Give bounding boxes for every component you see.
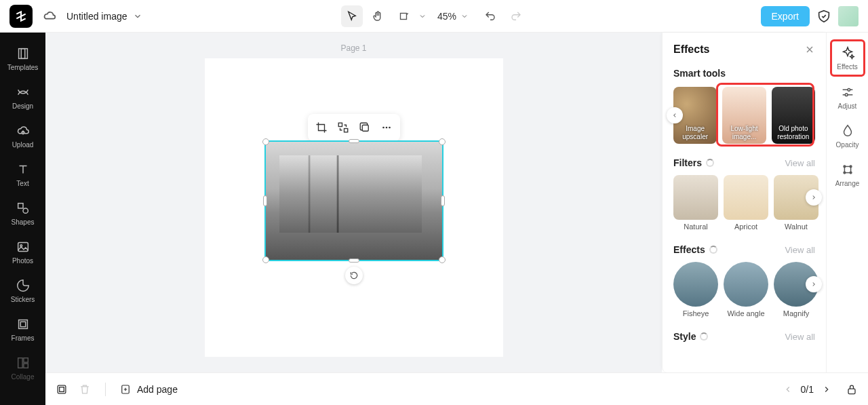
doc-title-group[interactable]: Untitled image — [66, 11, 142, 22]
left-sidebar: Templates Design Upload Text Shapes Phot… — [0, 33, 45, 405]
resize-handle-t[interactable] — [349, 139, 359, 143]
add-page-button[interactable]: Add page — [119, 383, 178, 396]
sidebar-item-label: Photos — [12, 257, 33, 265]
sidebar-item-templates[interactable]: Templates — [0, 39, 45, 78]
svg-point-17 — [389, 127, 391, 129]
design-icon — [16, 85, 31, 100]
app-logo[interactable] — [9, 5, 33, 28]
effect-thumb-img — [724, 262, 768, 307]
right-strip-adjust[interactable]: Adjust — [830, 79, 865, 115]
undo-button[interactable] — [479, 5, 501, 27]
canvas-area: Page 1 — [45, 33, 662, 372]
resize-handle-bl[interactable] — [262, 256, 269, 263]
hand-tool[interactable] — [367, 5, 389, 27]
effects-view-all[interactable]: View all — [785, 245, 815, 255]
loading-spinner-icon — [700, 332, 708, 341]
floating-toolbar — [308, 114, 400, 141]
filters-view-all[interactable]: View all — [785, 158, 815, 168]
sidebar-item-collage[interactable]: Collage — [0, 349, 45, 387]
templates-icon — [16, 46, 31, 61]
svg-rect-0 — [400, 13, 406, 19]
sliders-icon — [840, 85, 855, 100]
filter-apricot[interactable]: Apricot — [724, 175, 768, 231]
style-view-all[interactable]: View all — [785, 332, 815, 342]
replace-button[interactable] — [334, 118, 353, 137]
sidebar-item-text[interactable]: Text — [0, 155, 45, 194]
rotate-handle[interactable] — [345, 267, 363, 284]
avatar[interactable] — [838, 6, 859, 26]
lock-icon[interactable] — [845, 383, 859, 396]
chevron-down-icon[interactable] — [418, 12, 427, 20]
sidebar-item-label: Upload — [12, 141, 34, 149]
duplicate-button[interactable] — [355, 118, 374, 137]
svg-rect-13 — [344, 129, 347, 132]
right-strip-arrange[interactable]: Arrange — [830, 157, 865, 193]
resize-handle-r[interactable] — [441, 195, 445, 206]
loading-spinner-icon — [709, 246, 717, 254]
svg-point-19 — [845, 94, 848, 96]
crop-button[interactable] — [312, 118, 331, 137]
export-button[interactable]: Export — [761, 6, 810, 26]
layers-icon[interactable] — [55, 383, 68, 396]
resize-handle-b[interactable] — [349, 258, 359, 263]
resize-handle-tl[interactable] — [262, 138, 269, 145]
resize-handle-br[interactable] — [439, 256, 446, 263]
resize-handle-tr[interactable] — [439, 138, 446, 145]
sidebar-item-photos[interactable]: Photos — [0, 233, 45, 271]
crop-tool[interactable] — [393, 5, 414, 27]
svg-rect-14 — [362, 125, 368, 131]
filters-row: Natural Apricot Walnut — [673, 175, 815, 231]
smart-tool-low-light[interactable]: Low-light image... — [722, 87, 766, 144]
close-icon[interactable] — [804, 44, 815, 55]
sidebar-item-shapes[interactable]: Shapes — [0, 194, 45, 233]
thumb-label: Image upscaler — [673, 125, 717, 141]
selected-image[interactable] — [264, 140, 443, 261]
droplet-icon — [840, 123, 855, 138]
shield-icon[interactable] — [816, 9, 831, 24]
filter-natural[interactable]: Natural — [673, 175, 718, 231]
sidebar-item-upload[interactable]: Upload — [0, 117, 45, 155]
cloud-icon[interactable] — [42, 9, 57, 24]
filter-thumb-img — [724, 175, 768, 220]
effect-fisheye[interactable]: Fisheye — [673, 262, 718, 317]
carousel-prev[interactable] — [667, 107, 683, 123]
sidebar-item-frames[interactable]: Frames — [0, 310, 45, 349]
doc-title: Untitled image — [66, 11, 127, 22]
resize-handle-l[interactable] — [263, 195, 267, 206]
canvas-page[interactable] — [205, 58, 503, 357]
more-button[interactable] — [377, 118, 396, 137]
page-label: Page 1 — [340, 43, 366, 53]
smart-tools-row: Image upscaler Low-light image... Old ph… — [673, 87, 815, 144]
add-page-label: Add page — [137, 384, 178, 395]
smart-tool-old-photo-restoration[interactable]: Old photo restoration — [772, 87, 815, 144]
svg-rect-5 — [18, 243, 28, 252]
topbar: Untitled image 45% Export — [0, 0, 868, 33]
svg-rect-11 — [23, 364, 27, 368]
right-strip-opacity[interactable]: Opacity — [830, 118, 865, 154]
carousel-next[interactable] — [806, 276, 822, 292]
filter-name: Apricot — [734, 223, 757, 231]
filters-heading: Filters — [673, 157, 714, 168]
carousel-next[interactable] — [806, 189, 822, 206]
sidebar-item-design[interactable]: Design — [0, 78, 45, 117]
trash-icon[interactable] — [78, 383, 92, 396]
effect-wide-angle[interactable]: Wide angle — [724, 262, 768, 317]
svg-rect-12 — [338, 123, 342, 126]
sidebar-item-stickers[interactable]: Stickers — [0, 271, 45, 310]
select-tool[interactable] — [341, 5, 363, 27]
frames-icon — [16, 317, 31, 332]
bottom-bar: Add page 0/1 — [45, 372, 868, 405]
svg-rect-10 — [23, 358, 27, 362]
svg-rect-9 — [18, 358, 22, 368]
svg-point-4 — [23, 208, 28, 213]
zoom-value: 45% — [437, 11, 456, 22]
page-next[interactable] — [822, 385, 831, 394]
right-strip-effects[interactable]: Effects — [830, 39, 865, 77]
divider — [105, 383, 106, 396]
zoom-control[interactable]: 45% — [437, 11, 469, 22]
page-prev[interactable] — [783, 385, 793, 394]
svg-rect-26 — [60, 387, 64, 391]
effects-panel-header: Effects — [673, 43, 815, 56]
redo-button[interactable] — [505, 5, 527, 27]
effects-row: Fisheye Wide angle Magnify — [673, 262, 815, 317]
